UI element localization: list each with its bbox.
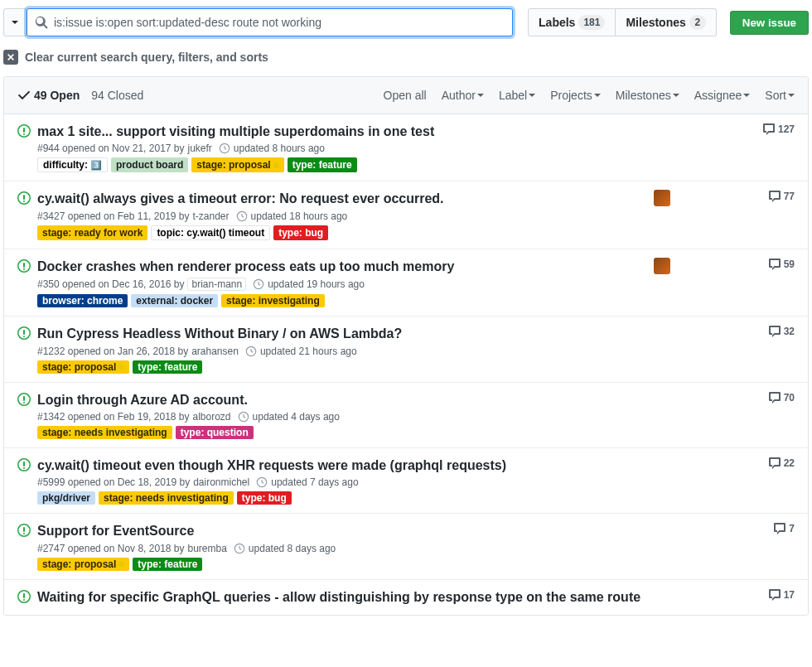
issue-label[interactable]: external: docker xyxy=(131,294,218,307)
issue-open-icon xyxy=(17,522,34,570)
issue-label[interactable]: product board xyxy=(111,157,188,172)
issue-row: Login through Azure AD account.#1342 ope… xyxy=(4,383,808,448)
issue-title-link[interactable]: cy.wait() always gives a timeout error: … xyxy=(37,191,444,205)
toolbar-open-all[interactable]: Open all xyxy=(384,89,427,102)
toolbar-milestones[interactable]: Milestones xyxy=(616,89,679,102)
issue-open-icon xyxy=(17,123,34,172)
issue-author[interactable]: jukefr xyxy=(187,143,211,154)
issue-title-link[interactable]: max 1 site... support visiting multiple … xyxy=(37,124,434,138)
issue-open-icon xyxy=(17,588,34,607)
subnav: Labels 181 Milestones 2 New issue xyxy=(0,0,812,45)
issue-label[interactable]: stage: investigating xyxy=(221,294,325,307)
issue-meta: #1232 opened on Jan 26, 2018 by arahanse… xyxy=(37,346,645,357)
labels-button[interactable]: Labels 181 xyxy=(528,8,616,36)
labels-text: Labels xyxy=(539,16,575,29)
toolbar-sort[interactable]: Sort xyxy=(765,89,795,102)
comments-link[interactable]: 7 xyxy=(773,522,795,535)
issue-open-icon xyxy=(17,190,34,239)
issue-label[interactable]: stage: proposal xyxy=(37,360,129,374)
clear-search-link[interactable]: Clear current search query, filters, and… xyxy=(0,45,812,76)
issue-title-link[interactable]: Support for EventSource xyxy=(37,524,194,538)
clear-search-text: Clear current search query, filters, and… xyxy=(25,51,268,64)
comments-link[interactable]: 77 xyxy=(768,190,795,203)
issues-list-header: 49 Open 94 Closed Open allAuthorLabelPro… xyxy=(4,77,808,114)
close-icon xyxy=(3,50,18,65)
issue-open-icon xyxy=(17,258,34,307)
issues-toolbar: Open allAuthorLabelProjectsMilestonesAss… xyxy=(384,89,795,102)
comments-link[interactable]: 127 xyxy=(762,123,795,136)
issue-row: Run Cypress Headless Without Binary / on… xyxy=(4,317,808,382)
svg-line-17 xyxy=(262,482,263,483)
issue-author[interactable]: daironmichel xyxy=(193,476,249,488)
issue-label[interactable]: browser: chrome xyxy=(37,294,128,307)
milestones-button[interactable]: Milestones 2 xyxy=(616,8,716,36)
issue-label[interactable]: stage: needs investigating xyxy=(99,491,234,505)
comments-link[interactable]: 17 xyxy=(768,588,795,602)
issue-meta: #1342 opened on Feb 19, 2018 by alborozd… xyxy=(37,411,645,423)
issue-label[interactable]: type: bug xyxy=(273,225,328,240)
issue-row: max 1 site... support visiting multiple … xyxy=(4,114,808,181)
issue-author[interactable]: arahansen xyxy=(191,346,239,357)
issue-open-icon xyxy=(17,457,34,505)
comments-link[interactable]: 32 xyxy=(768,325,795,338)
issue-label[interactable]: type: feature xyxy=(133,558,202,571)
toolbar-author[interactable]: Author xyxy=(442,89,484,102)
issue-label[interactable]: pkg/driver xyxy=(37,491,95,505)
issue-label[interactable]: type: bug xyxy=(237,491,292,505)
svg-line-11 xyxy=(251,351,253,352)
svg-line-2 xyxy=(225,148,226,149)
issue-title-link[interactable]: Docker crashes when renderer process eat… xyxy=(37,259,454,273)
check-icon xyxy=(17,89,31,102)
issue-label[interactable]: type: feature xyxy=(288,157,357,172)
toolbar-assignee[interactable]: Assignee xyxy=(694,89,751,102)
issues-list: 49 Open 94 Closed Open allAuthorLabelPro… xyxy=(3,76,809,616)
issue-row: Support for EventSource#2747 opened on N… xyxy=(4,514,808,579)
issue-row: Waiting for specific GraphQL queries - a… xyxy=(4,580,808,615)
closed-issues-tab[interactable]: 94 Closed xyxy=(91,89,143,102)
assignee-avatar[interactable] xyxy=(654,258,670,274)
issue-label[interactable]: stage: needs investigating xyxy=(37,426,172,439)
issue-label[interactable]: stage: ready for work xyxy=(37,225,147,240)
issue-title-link[interactable]: Run Cypress Headless Without Binary / on… xyxy=(37,326,402,341)
new-issue-button[interactable]: New issue xyxy=(730,11,809,35)
issue-author[interactable]: alborozd xyxy=(193,411,231,423)
issue-title-link[interactable]: cy.wait() timeout even though XHR reques… xyxy=(37,458,506,472)
issue-meta: #2747 opened on Nov 8, 2018 by buremba u… xyxy=(37,543,645,554)
filters-dropdown[interactable] xyxy=(3,8,27,36)
comments-link[interactable]: 70 xyxy=(768,391,795,404)
comments-link[interactable]: 22 xyxy=(768,457,795,470)
issue-row: Docker crashes when renderer process eat… xyxy=(4,249,808,317)
issue-meta: #944 opened on Nov 21, 2017 by jukefr up… xyxy=(37,143,645,154)
toolbar-projects[interactable]: Projects xyxy=(550,89,601,102)
issue-label[interactable]: type: question xyxy=(176,426,254,439)
svg-line-20 xyxy=(239,549,241,549)
assignee-avatar[interactable] xyxy=(654,190,670,206)
issue-author[interactable]: buremba xyxy=(187,543,226,554)
issue-label[interactable]: difficulty: 3️⃣ xyxy=(37,157,108,172)
issue-meta: #5999 opened on Dec 18, 2019 by daironmi… xyxy=(37,476,645,488)
comments-link[interactable]: 59 xyxy=(768,258,795,271)
issue-row: cy.wait() timeout even though XHR reques… xyxy=(4,448,808,514)
milestones-count: 2 xyxy=(689,15,706,30)
issue-meta: #350 opened on Dec 16, 2016 by brian-man… xyxy=(37,278,645,291)
svg-line-5 xyxy=(242,216,244,217)
issue-meta: #3427 opened on Feb 11, 2019 by t-zander… xyxy=(37,210,645,222)
search-icon xyxy=(35,16,48,29)
issue-row: cy.wait() always gives a timeout error: … xyxy=(4,181,808,249)
issue-open-icon xyxy=(17,325,34,373)
issue-author[interactable]: brian-mann xyxy=(187,278,246,291)
toolbar-label[interactable]: Label xyxy=(499,89,535,102)
svg-line-8 xyxy=(259,284,260,285)
issue-open-icon xyxy=(17,391,34,439)
issue-label[interactable]: type: feature xyxy=(133,360,202,374)
search-input[interactable] xyxy=(27,8,513,36)
issue-author[interactable]: t-zander xyxy=(193,210,230,222)
issue-label[interactable]: stage: proposal xyxy=(37,558,129,571)
issue-label[interactable]: stage: proposal xyxy=(191,157,283,172)
issue-label[interactable]: topic: cy.wait() timeout xyxy=(151,225,270,240)
labels-count: 181 xyxy=(578,15,605,30)
milestones-text: Milestones xyxy=(626,16,685,29)
issue-title-link[interactable]: Login through Azure AD account. xyxy=(37,393,248,407)
open-issues-tab[interactable]: 49 Open xyxy=(17,89,80,102)
issue-title-link[interactable]: Waiting for specific GraphQL queries - a… xyxy=(37,590,640,604)
